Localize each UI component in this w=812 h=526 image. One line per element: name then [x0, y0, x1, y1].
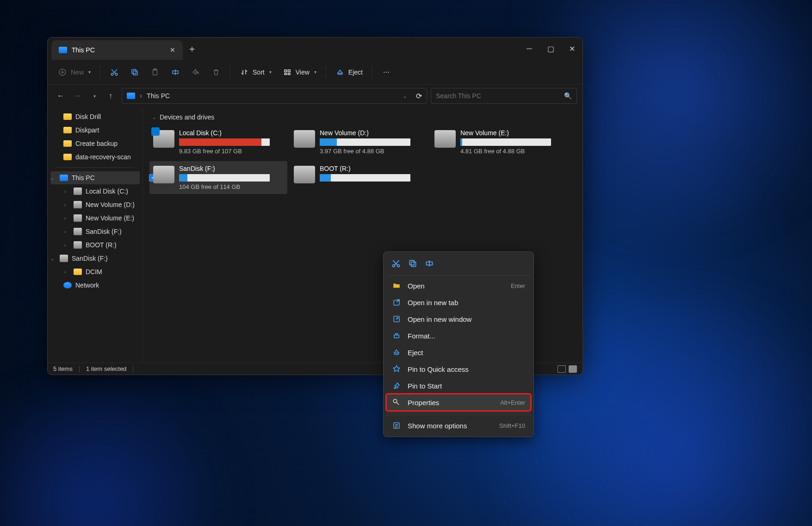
- chevron-right-icon[interactable]: ›: [64, 229, 70, 234]
- share-icon: [191, 68, 200, 77]
- eject-button[interactable]: Eject: [331, 65, 367, 80]
- sort-button[interactable]: Sort ▾: [235, 65, 276, 80]
- context-item-pin-to-start[interactable]: Pin to Start: [386, 377, 531, 394]
- drive-icon: [74, 241, 82, 249]
- drive-usage-bar: [320, 138, 410, 146]
- chevron-down-icon: ▾: [314, 69, 316, 75]
- search-icon: 🔍: [564, 92, 572, 100]
- context-item-open-in-new-window[interactable]: Open in new window: [386, 311, 531, 327]
- new-button[interactable]: New ▾: [53, 65, 95, 80]
- tiles-view-button[interactable]: [569, 365, 577, 373]
- group-header[interactable]: ⌄ Devices and drives: [149, 112, 576, 125]
- status-selected-count: 1 item selected: [86, 365, 126, 372]
- sidebar-item-network[interactable]: Network: [50, 279, 140, 292]
- tab-close-button[interactable]: ✕: [170, 46, 175, 54]
- back-button[interactable]: ←: [53, 88, 68, 103]
- sidebar-item-create-backup[interactable]: Create backup: [50, 137, 140, 150]
- delete-button[interactable]: [207, 65, 225, 80]
- context-item-format-[interactable]: Format...: [386, 327, 531, 344]
- context-item-properties[interactable]: Properties Alt+Enter: [386, 394, 531, 411]
- rename-button[interactable]: [166, 65, 185, 80]
- sidebar-item-data-recovery[interactable]: data-recovery-scan: [50, 150, 140, 163]
- context-item-show-more-options[interactable]: Show more options Shift+F10: [386, 417, 531, 434]
- breadcrumb-separator: ›: [140, 92, 142, 100]
- rename-icon[interactable]: [424, 258, 434, 269]
- sidebar-item-new-volume-d[interactable]: ›New Volume (D:): [50, 198, 140, 211]
- status-item-count: 5 items: [53, 365, 73, 372]
- sidebar-item-sandisk-root[interactable]: ⌄SanDisk (F:): [50, 252, 140, 265]
- drive-free-text: 3.97 GB free of 4.88 GB: [320, 148, 424, 155]
- context-item-label: Properties: [408, 399, 439, 407]
- drive-item[interactable]: ✓ SanDisk (F:) 104 GB free of 114 GB: [149, 161, 287, 194]
- drive-icon: [74, 188, 82, 195]
- context-item-pin-to-quick-access[interactable]: Pin to Quick access: [386, 361, 531, 377]
- breadcrumb-location[interactable]: This PC: [147, 92, 170, 100]
- svg-rect-19: [394, 335, 399, 338]
- context-menu-top-row: [386, 255, 531, 273]
- sidebar-item-dcim[interactable]: ›DCIM: [50, 265, 140, 278]
- recent-button[interactable]: ▾: [87, 88, 101, 103]
- folder-icon: [392, 282, 401, 290]
- copy-button[interactable]: [125, 65, 144, 80]
- sidebar-item-disk-drill[interactable]: Disk Drill: [50, 110, 140, 123]
- sidebar-item-this-pc[interactable]: ⌄This PC: [50, 171, 140, 184]
- sidebar-item-local-disk-c[interactable]: ›Local Disk (C:): [50, 185, 140, 198]
- context-menu: Open Enter Open in new tab Open in new w…: [383, 251, 534, 437]
- svg-rect-3: [133, 71, 137, 75]
- sidebar-item-diskpart[interactable]: Diskpart: [50, 124, 140, 137]
- maximize-button[interactable]: ▢: [540, 38, 561, 60]
- more-button[interactable]: ⋯: [377, 65, 396, 80]
- context-item-open[interactable]: Open Enter: [386, 277, 531, 294]
- copy-icon[interactable]: [408, 258, 418, 269]
- cut-button[interactable]: [105, 65, 124, 80]
- minimize-button[interactable]: ─: [519, 38, 540, 60]
- chevron-down-icon[interactable]: ⌄: [50, 175, 56, 181]
- drive-item[interactable]: ✓ Local Disk (C:) 9.83 GB free of 107 GB: [149, 125, 287, 158]
- view-button[interactable]: View ▾: [278, 65, 321, 80]
- drive-item[interactable]: ✓ New Volume (D:) 3.97 GB free of 4.88 G…: [290, 125, 428, 158]
- chevron-right-icon[interactable]: ›: [64, 269, 70, 275]
- cut-icon[interactable]: [391, 258, 401, 269]
- paste-button[interactable]: [146, 65, 164, 80]
- search-input[interactable]: [436, 92, 564, 100]
- share-button[interactable]: [186, 65, 205, 80]
- details-view-button[interactable]: [558, 365, 566, 373]
- drive-icon: [294, 130, 315, 148]
- content-area: ⌄ Devices and drives ✓ Local Disk (C:) 9…: [143, 107, 583, 363]
- sidebar-item-sandisk-f[interactable]: ›SanDisk (F:): [50, 225, 140, 238]
- ellipsis-icon: ⋯: [382, 68, 391, 77]
- context-item-label: Show more options: [408, 422, 467, 430]
- context-item-eject[interactable]: Eject: [386, 344, 531, 361]
- drive-icon: [60, 255, 68, 262]
- context-item-label: Open in new window: [408, 315, 471, 323]
- tab-this-pc[interactable]: This PC ✕: [51, 40, 183, 60]
- refresh-button[interactable]: ⟳: [416, 92, 422, 100]
- context-item-label: Eject: [408, 349, 423, 357]
- address-bar[interactable]: › This PC ⌄ ⟳: [122, 88, 427, 104]
- drive-icon: [153, 166, 174, 183]
- forward-button[interactable]: →: [70, 88, 85, 103]
- close-window-button[interactable]: ✕: [561, 38, 583, 60]
- chevron-down-icon: ▾: [88, 69, 91, 75]
- file-explorer-window: This PC ✕ ＋ ─ ▢ ✕ New ▾ Sort ▾: [47, 37, 583, 375]
- drive-item[interactable]: ✓ BOOT (R:): [290, 161, 428, 194]
- new-tab-button[interactable]: ＋: [183, 38, 201, 60]
- pc-icon: [60, 175, 68, 181]
- context-item-open-in-new-tab[interactable]: Open in new tab: [386, 294, 531, 311]
- chevron-right-icon[interactable]: ›: [64, 243, 70, 248]
- chevron-right-icon[interactable]: ›: [64, 202, 70, 207]
- svg-rect-9: [288, 69, 290, 72]
- paste-icon: [150, 68, 160, 77]
- drive-item[interactable]: ✓ New Volume (E:) 4.81 GB free of 4.88 G…: [431, 125, 569, 158]
- chevron-right-icon[interactable]: ›: [64, 189, 70, 194]
- chevron-right-icon[interactable]: ›: [64, 216, 70, 221]
- up-button[interactable]: ↑: [103, 88, 118, 103]
- search-box[interactable]: 🔍: [431, 88, 577, 104]
- chevron-down-icon[interactable]: ⌄: [403, 94, 407, 99]
- drive-usage-bar: [320, 174, 410, 182]
- drive-icon: [294, 166, 315, 183]
- sidebar-item-boot-r[interactable]: ›BOOT (R:): [50, 238, 140, 251]
- tab-title: This PC: [72, 46, 165, 54]
- sidebar-item-new-volume-e[interactable]: ›New Volume (E:): [50, 212, 140, 225]
- chevron-down-icon[interactable]: ⌄: [50, 256, 56, 261]
